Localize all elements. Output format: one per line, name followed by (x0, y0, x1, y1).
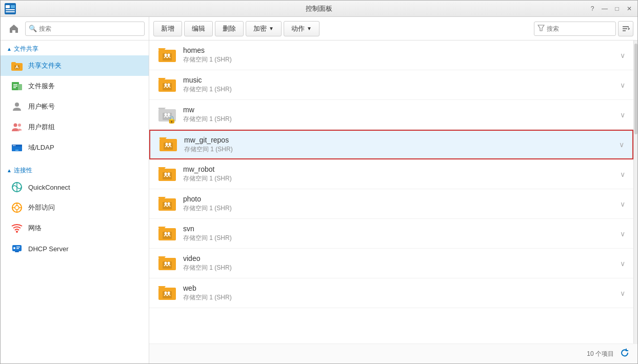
sidebar-search-input[interactable] (39, 25, 141, 32)
sidebar-item-user-group[interactable]: 用户群组 (1, 117, 149, 137)
file-info-web: web 存储空间 1 (SHR) (183, 284, 616, 302)
minimize-button[interactable]: — (601, 5, 609, 13)
file-sub-homes: 存储空间 1 (SHR) (183, 55, 616, 64)
file-name-mw: mw (183, 106, 616, 114)
scroll-thumb[interactable] (634, 44, 637, 134)
svg-point-71 (169, 143, 171, 146)
sidebar-item-file-service-label: 文件服务 (28, 82, 55, 91)
file-list-container: homes 存储空间 1 (SHR) ∨ (149, 41, 637, 343)
expand-icon-web[interactable]: ∨ (620, 289, 625, 297)
svg-rect-0 (5, 3, 16, 14)
scrollbar[interactable] (633, 41, 637, 343)
file-name-video: video (183, 254, 616, 262)
svg-point-17 (14, 124, 17, 127)
file-sub-mw: 存储空间 1 (SHR) (183, 115, 616, 124)
list-item[interactable]: music 存储空间 1 (SHR) ∨ (149, 70, 633, 100)
file-info-video: video 存储空间 1 (SHR) (183, 254, 616, 272)
edit-button[interactable]: 编辑 (184, 21, 213, 36)
maximize-button[interactable]: □ (613, 5, 621, 13)
file-info-homes: homes 存储空间 1 (SHR) (183, 46, 616, 64)
list-item[interactable]: mw_robot 存储空间 1 (SHR) ∨ (149, 159, 633, 189)
delete-button[interactable]: 删除 (215, 21, 244, 36)
file-info-svn: svn 存储空间 1 (SHR) (183, 225, 616, 242)
close-button[interactable]: ✕ (625, 5, 633, 13)
sidebar-header: 🔍 (1, 17, 149, 41)
expand-icon-photo[interactable]: ∨ (620, 200, 625, 208)
list-item[interactable]: web 存储空间 1 (SHR) ∨ (149, 278, 633, 308)
expand-icon-homes[interactable]: ∨ (620, 51, 625, 59)
svg-rect-2 (6, 9, 15, 10)
sidebar-item-shared-folder-label: 共享文件夹 (28, 61, 62, 70)
sidebar-item-external-access[interactable]: 外部访问 (1, 197, 149, 218)
list-item[interactable]: 🔒 mw 存储空间 1 (SHR) ∨ (149, 100, 633, 130)
user-group-icon (11, 121, 23, 133)
svg-rect-3 (6, 11, 15, 12)
file-sub-video: 存储空间 1 (SHR) (183, 264, 616, 272)
svg-rect-91 (163, 232, 172, 239)
list-item[interactable]: photo 存储空间 1 (SHR) ∨ (149, 189, 633, 219)
sidebar-item-shared-folder[interactable]: 共享文件夹 (1, 55, 149, 76)
window-title: 控制面板 (306, 4, 332, 13)
file-list-footer: 10 个项目 (149, 343, 637, 363)
list-item[interactable]: homes 存储空间 1 (SHR) ∨ (149, 41, 633, 70)
svg-point-100 (165, 261, 167, 264)
refresh-button[interactable] (620, 348, 629, 359)
file-name-web: web (183, 284, 616, 292)
svg-point-44 (165, 53, 167, 56)
sidebar-item-user-account[interactable]: 用户帐号 (1, 96, 149, 117)
section-connectivity[interactable]: ▲ 连接性 (1, 162, 149, 177)
expand-icon-music[interactable]: ∨ (620, 81, 625, 89)
list-item[interactable]: svn 存储空间 1 (SHR) ∨ (149, 219, 633, 249)
svg-rect-83 (163, 202, 172, 209)
section-file-share[interactable]: ▲ 文件共享 (1, 41, 149, 55)
sidebar-item-file-service[interactable]: 文件服务 (1, 76, 149, 96)
sidebar-item-user-group-label: 用户群组 (28, 123, 55, 132)
new-button[interactable]: 新增 (153, 21, 182, 36)
svg-point-108 (165, 291, 167, 294)
svg-point-111 (168, 291, 170, 294)
file-info-mw-git-repos: mw_git_repos 存储空间 1 (SHR) (184, 136, 615, 154)
encrypt-dropdown-icon: ▼ (269, 26, 274, 31)
external-access-icon (11, 201, 23, 214)
action-button[interactable]: 动作 ▼ (284, 21, 320, 36)
file-list: homes 存储空间 1 (SHR) ∨ (149, 41, 633, 343)
sidebar-item-quickconnect[interactable]: QuickConnect (1, 177, 149, 197)
expand-icon-mw-git-repos[interactable]: ∨ (619, 140, 624, 149)
file-name-photo: photo (183, 195, 616, 203)
file-info-mw: mw 存储空间 1 (SHR) (183, 106, 616, 124)
expand-icon-mw-robot[interactable]: ∨ (620, 170, 625, 178)
sidebar-item-domain-label: 域/LDAP (28, 143, 54, 152)
sort-button[interactable] (618, 21, 633, 36)
sidebar-item-dhcp[interactable]: DHCP Server (1, 238, 149, 259)
expand-icon-mw[interactable]: ∨ (620, 111, 625, 119)
content-area: 新增 编辑 删除 加密 ▼ 动作 ▼ (149, 17, 637, 363)
sidebar-item-domain[interactable]: 域/LDAP (1, 137, 149, 158)
main-window: 控制面板 ? — □ ✕ 🔍 (0, 0, 638, 364)
titlebar: 控制面板 ? — □ ✕ (1, 1, 637, 17)
folder-icon-music (157, 75, 177, 95)
sidebar-item-dhcp-label: DHCP Server (28, 245, 69, 253)
list-item-mw-git-repos[interactable]: mw_git_repos 存储空间 1 (SHR) ∨ (149, 130, 633, 159)
list-item[interactable]: video 存储空间 1 (SHR) ∨ (149, 249, 633, 278)
svg-point-55 (168, 83, 170, 86)
svg-point-68 (166, 143, 168, 146)
encrypt-button[interactable]: 加密 ▼ (246, 21, 282, 36)
sidebar: 🔍 ▲ 文件共享 (1, 17, 149, 363)
sidebar-item-quickconnect-label: QuickConnect (28, 184, 70, 191)
folder-icon-homes (157, 46, 177, 65)
svg-point-27 (15, 206, 19, 210)
expand-icon-svn[interactable]: ∨ (620, 230, 625, 238)
file-sub-mw-git-repos: 存储空间 1 (SHR) (184, 145, 615, 154)
expand-icon-video[interactable]: ∨ (620, 259, 625, 268)
refresh-icon (620, 348, 629, 357)
svg-rect-107 (163, 291, 172, 298)
help-button[interactable]: ? (588, 5, 596, 13)
toolbar-search-input[interactable] (547, 25, 624, 32)
home-button[interactable] (5, 19, 23, 38)
dhcp-icon (11, 242, 23, 255)
sidebar-item-network[interactable]: 网络 (1, 218, 149, 238)
svg-point-76 (165, 172, 167, 175)
toolbar-filter-icon (537, 24, 545, 33)
sidebar-search-icon: 🔍 (29, 25, 37, 32)
folder-icon-svn (157, 224, 177, 244)
